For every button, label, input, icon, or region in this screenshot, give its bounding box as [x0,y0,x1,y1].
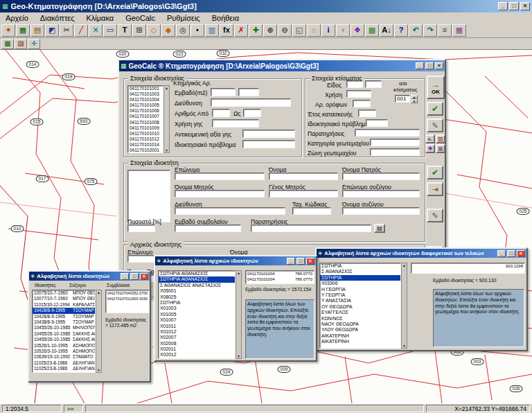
owner-address-field[interactable] [175,207,285,215]
owner-list-item[interactable]: Η ΓΕΩΡΓΙΑ [320,287,400,292]
owners-dialog-titlebar[interactable]: ❖ Αλφαβητική λίστα ιδιοκτητών _ □ ✕ [29,272,150,281]
orig-parcels-listbox[interactable]: 041170101004786.0770041170101004786.0770 [245,270,314,284]
codes-scrollbar[interactable]: ▲▼ [163,85,170,153]
owner-list-item[interactable]: ΕΥΑΓΓΕΛΟΣ [320,310,400,315]
parcel-code-item[interactable]: 041170101012 [128,137,163,142]
parcel-code-item[interactable]: 041170101010 [128,131,163,137]
owner-list-item[interactable]: 10077/10-7-1960ΜΠΟΥ ΘΕΟ [33,296,95,301]
cross-tool-icon[interactable]: ✕ [89,24,103,37]
owner-list-item[interactable]: ΝΑΟΥ ΘΕΟΔΩΡΑ [320,322,400,327]
sheet-index-icon[interactable]: ▤ [30,24,44,37]
parcel-code-item[interactable]: 041170101014 [128,142,163,148]
number-from-field[interactable] [212,109,230,117]
menu-item[interactable]: Βοήθεια [206,14,245,22]
owner-list-item[interactable]: Σ ΑΘΑΝΑΣΙΟΣ [320,269,400,274]
owner-list-item[interactable]: X01007 [159,317,235,323]
parcel-list-item[interactable]: 920.1298 [411,263,524,269]
spouse-name-field[interactable] [342,207,420,215]
owner-list-item[interactable]: Υ ΓΕΩΡΓΙΑ [320,292,400,298]
owner-list-item[interactable]: ΟΥ ΘΕΟΔΩΡΑ [320,304,400,310]
minimize-button[interactable]: _ [416,62,424,69]
point-tool-icon[interactable]: • [190,24,204,37]
percent-field[interactable] [127,225,155,232]
parcel-code-item[interactable]: 041170101001 [128,86,163,91]
contract-area-field[interactable] [175,225,241,232]
menu-item[interactable]: Κλίμακα [80,14,119,22]
owner-list-item[interactable]: Σ ΑΘΑΝΑΣΙΟΣ ΑΝΑΣΤΑΣΙΟΣ [159,283,235,288]
diff-parcels-listbox[interactable]: 920.1298 [411,263,525,274]
diamond-outline-icon[interactable]: ◇ [147,24,161,37]
confirm-check-button[interactable]: ✔ [427,102,443,116]
spin-down-icon[interactable]: ▼ [411,99,418,103]
parcel-code-item[interactable]: 041170102001 [128,148,163,153]
owner-list-item[interactable]: 10639/19-10-1992ΣΤΑΜΑΤΟ [33,354,95,360]
owner-list-item[interactable]: ΑΙΚΑΤΕΡΙΝΗ [320,339,400,344]
diamond-filled-icon[interactable]: ◆ [161,24,175,37]
maximize-button[interactable]: □ [130,273,139,280]
owner-list-item[interactable]: 10526/3-10-1995ΑΣΗΜΟΠΟ [33,349,95,354]
kind-field-2[interactable] [365,80,382,88]
app-maximize-button[interactable]: □ [509,2,519,10]
owner-list-item[interactable]: 11025/23-8-1986ΔΕΛΗΓΙΑΝ [33,366,95,371]
parcel-zone-field[interactable] [370,148,420,156]
use-field[interactable] [346,90,371,98]
app-minimize-button[interactable]: _ [498,2,508,10]
owner-list-item[interactable]: X01011 [159,324,235,329]
owner-list-item[interactable]: X02007 [159,335,235,340]
owner-list-item[interactable]: X05001 [159,288,235,294]
parcel-code-item[interactable]: 041170101008 [128,120,163,125]
owner-list-item[interactable]: 10075/10-7-1960ΜΠΟΥ ΘΕΟ [33,290,95,296]
parcel-code-item[interactable]: 041170101006 [128,108,163,114]
zoom-out-icon[interactable]: ⊖ [278,24,292,37]
orig-dialog-titlebar[interactable]: ❖ Αλφαβητική λίστα αρχικών ιδιοκτητών _ … [155,256,316,265]
calculator-icon[interactable]: ≡ [438,24,452,37]
owner-list-item[interactable]: 10428/8-9-1995ΤΣΟΥΜΑΡ [33,308,95,313]
owner-list-item[interactable]: X08025 [159,295,235,300]
owner-list-item[interactable]: 10526/1-10-1995ΑΣΗΜΟΠΟ [33,343,95,349]
zoom-in-icon[interactable]: ⊕ [263,24,277,37]
palette-icon[interactable]: ❖ [351,24,364,37]
owner-list-item[interactable]: ΚΩΝ/ΝΟΣ [320,316,400,322]
year-field[interactable] [358,109,376,117]
owner-notes-field[interactable] [251,225,371,232]
menu-item[interactable]: Ρυθμίσεις [161,14,206,22]
table-icon[interactable]: ▦ [452,24,466,37]
postcode-field[interactable] [292,207,331,215]
menu-item[interactable]: GeoCalc [120,14,161,22]
parcel-list-item[interactable]: 041170101004786.0770 [246,271,314,276]
minimize-button[interactable]: _ [287,258,295,265]
formula-icon[interactable]: fx [220,24,233,37]
owner-list-item[interactable]: 11025/23-8-1986ΔΕΛΗΓΙΑΝ [33,360,95,366]
close-button[interactable]: ✕ [140,273,148,280]
menu-item[interactable]: Αρχείο [0,14,34,22]
land-use-field[interactable] [212,119,259,128]
sort-az-button[interactable]: A↓ [425,134,435,143]
area-field[interactable] [211,88,236,96]
parcel-code-item[interactable]: 041170101003 [128,91,163,97]
father-name-field[interactable] [342,173,420,180]
mother-genus-field[interactable] [269,190,338,197]
geocalc-dialog-titlebar[interactable]: ▦ GeoCalc ® Κτηματογράφηση [D:\Arxeia\Pa… [119,60,445,71]
owner-list-item[interactable]: ΑΙΚΑΤΕΡΙΝΗ [320,333,400,339]
layer-manager-icon[interactable]: ▦ [1,39,14,49]
lamp-icon[interactable]: ☼ [307,24,321,37]
columns-icon[interactable]: ▥ [205,24,219,37]
parcel-category-field[interactable] [370,139,420,146]
app-close-button[interactable]: ✕ [520,2,530,10]
edit-pen-button[interactable]: ✎ [427,118,443,132]
parcel-code-item[interactable]: 041170101007 [128,114,163,119]
text-tool-icon[interactable]: T [118,24,132,37]
owner-list-item[interactable]: 10455/26-10-1985ΣΑΚΚΗΣ ΑΘ [33,331,95,337]
maximize-button[interactable]: □ [296,258,305,265]
parcel-code-item[interactable]: 041170101009 [128,125,163,131]
ownership-problem-field[interactable] [242,140,295,148]
undo-icon[interactable]: ↶ [409,24,423,37]
owner-list-item[interactable]: X01012 [159,329,235,335]
owner-edit-pen-button[interactable]: ✎ [427,209,443,222]
owner-list-item[interactable]: ΥΛΟΥ ΘΕΟΔΩΡΑ [320,327,400,333]
parcel-code-item[interactable]: 041170101004 [128,97,163,103]
north-arrow-icon[interactable]: ✶ [1,24,15,37]
number-to-field[interactable] [243,109,261,117]
open-project-icon[interactable]: ◩ [45,24,59,37]
owner-list-item[interactable]: X01003 [159,306,235,311]
